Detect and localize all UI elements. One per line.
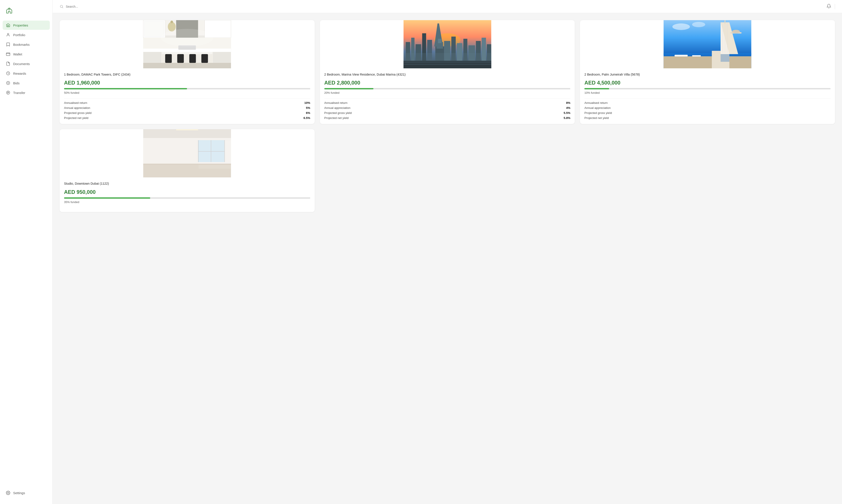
progress-bar-bg-2 bbox=[324, 88, 570, 89]
sidebar-item-bookmarks[interactable]: Bookmarks bbox=[3, 40, 50, 49]
funded-label-3: 10% funded bbox=[584, 91, 830, 94]
sidebar-item-settings[interactable]: Settings bbox=[3, 488, 50, 498]
svg-rect-53 bbox=[403, 53, 491, 62]
property-card-3[interactable]: 2 Bedroom, Palm Jumeirah Villa (5678) AE… bbox=[580, 20, 835, 124]
svg-rect-72 bbox=[143, 129, 231, 138]
svg-rect-16 bbox=[144, 21, 164, 37]
property-card-1[interactable]: 1 Bedroom, DAMAC Park Towers, DIFC (2434… bbox=[59, 20, 315, 124]
svg-rect-21 bbox=[177, 54, 184, 63]
settings-icon bbox=[6, 490, 11, 495]
stat-row: Annual appreciation 5% bbox=[64, 106, 310, 109]
stat-row: Projected gross yield 6% bbox=[64, 111, 310, 114]
card-title-1: 1 Bedroom, DAMAC Park Towers, DIFC (2434… bbox=[64, 72, 310, 77]
funded-label-2: 20% funded bbox=[324, 91, 570, 94]
progress-bar-bg-1 bbox=[64, 88, 310, 89]
stat-label: Projected net yield bbox=[584, 116, 609, 120]
svg-rect-20 bbox=[165, 54, 172, 63]
stat-label: Annual appreciation bbox=[324, 106, 350, 109]
bookmark-icon bbox=[6, 42, 11, 47]
svg-rect-3 bbox=[6, 53, 10, 56]
card-stats-1: Annualised return 10% Annual appreciatio… bbox=[64, 101, 310, 120]
svg-point-30 bbox=[161, 29, 213, 47]
stat-row: Annualised return 10% bbox=[64, 101, 310, 105]
stat-value: 5.5% bbox=[564, 111, 570, 114]
svg-rect-51 bbox=[403, 62, 491, 63]
funded-label-4: 35% funded bbox=[64, 200, 310, 204]
card-title-2: 2 Bedroom, Marina View Residence, Dubai … bbox=[324, 72, 570, 77]
search-input[interactable] bbox=[66, 5, 169, 8]
sidebar: Properties Portfolio Bookmarks Wallet bbox=[0, 0, 53, 504]
stat-value: 6.5% bbox=[304, 116, 310, 120]
sidebar-item-properties[interactable]: Properties bbox=[3, 21, 50, 30]
svg-point-2 bbox=[7, 33, 9, 35]
svg-point-8 bbox=[60, 5, 63, 8]
notification-icon[interactable] bbox=[826, 4, 831, 10]
sidebar-item-rewards-label: Rewards bbox=[13, 72, 26, 75]
stat-row: Annual appreciation bbox=[584, 106, 830, 109]
card-body-1: 1 Bedroom, DAMAC Park Towers, DIFC (2434… bbox=[59, 68, 315, 124]
sidebar-item-settings-label: Settings bbox=[13, 491, 25, 495]
svg-rect-68 bbox=[692, 55, 701, 56]
sidebar-item-properties-label: Properties bbox=[13, 23, 28, 27]
portfolio-icon bbox=[6, 32, 11, 37]
sidebar-item-bookmarks-label: Bookmarks bbox=[13, 43, 30, 47]
svg-rect-19 bbox=[162, 52, 212, 54]
card-body-4: Studio, Downtown Dubai (1122) AED 950,00… bbox=[59, 177, 315, 212]
card-stats-2: Annualised return 8% Annual appreciation… bbox=[324, 101, 570, 120]
svg-rect-67 bbox=[675, 55, 688, 56]
stat-label: Annualised return bbox=[324, 101, 347, 105]
card-title-4: Studio, Downtown Dubai (1122) bbox=[64, 181, 310, 186]
stat-row: Projected net yield 6.5% bbox=[64, 116, 310, 120]
rewards-icon bbox=[6, 71, 11, 76]
svg-point-69 bbox=[672, 23, 690, 30]
svg-rect-23 bbox=[201, 54, 208, 63]
stat-label: Projected gross yield bbox=[584, 111, 612, 114]
sidebar-item-wallet-label: Wallet bbox=[13, 52, 22, 56]
svg-rect-63 bbox=[725, 20, 725, 23]
svg-rect-29 bbox=[143, 63, 231, 68]
sidebar-item-transfer[interactable]: Transfer bbox=[3, 88, 50, 97]
documents-icon bbox=[6, 61, 11, 66]
sidebar-item-portfolio[interactable]: Portfolio bbox=[3, 30, 50, 39]
card-title-3: 2 Bedroom, Palm Jumeirah Villa (5678) bbox=[584, 72, 830, 77]
stat-label: Annual appreciation bbox=[64, 106, 90, 109]
svg-rect-41 bbox=[438, 39, 441, 43]
svg-point-70 bbox=[692, 22, 705, 27]
wallet-icon bbox=[6, 52, 11, 56]
stat-label: Annualised return bbox=[584, 101, 607, 105]
stat-value: 4% bbox=[566, 106, 570, 109]
sidebar-item-documents[interactable]: Documents bbox=[3, 59, 50, 68]
funded-label-1: 50% funded bbox=[64, 91, 310, 94]
svg-rect-52 bbox=[403, 64, 491, 65]
stat-label: Projected net yield bbox=[324, 116, 349, 120]
sidebar-item-bids[interactable]: Bids bbox=[3, 78, 50, 88]
progress-bar-bg-4 bbox=[64, 197, 310, 199]
sidebar-item-portfolio-label: Portfolio bbox=[13, 33, 25, 37]
stat-row: Projected gross yield bbox=[584, 111, 830, 114]
sidebar-item-rewards[interactable]: Rewards bbox=[3, 69, 50, 78]
stat-row: Annualised return bbox=[584, 101, 830, 105]
property-card-4[interactable]: Studio, Downtown Dubai (1122) AED 950,00… bbox=[59, 129, 315, 212]
svg-rect-81 bbox=[176, 129, 198, 130]
sidebar-item-bids-label: Bids bbox=[13, 81, 19, 85]
stat-label: Annual appreciation bbox=[584, 106, 611, 109]
stat-row: Projected gross yield 5.5% bbox=[324, 111, 570, 114]
stat-row: Annualised return 8% bbox=[324, 101, 570, 105]
sidebar-nav: Properties Portfolio Bookmarks Wallet bbox=[0, 21, 52, 486]
sidebar-item-wallet[interactable]: Wallet bbox=[3, 50, 50, 59]
property-image-4 bbox=[59, 129, 315, 177]
sidebar-item-transfer-label: Transfer bbox=[13, 91, 25, 95]
svg-marker-66 bbox=[721, 54, 729, 62]
stat-value: 6% bbox=[306, 111, 310, 114]
svg-rect-56 bbox=[664, 56, 752, 68]
transfer-icon bbox=[6, 90, 11, 95]
stat-row: Annual appreciation 4% bbox=[324, 106, 570, 109]
property-image-3 bbox=[580, 20, 835, 68]
progress-bar-fill-2 bbox=[324, 88, 374, 89]
stat-value: 5.8% bbox=[564, 116, 570, 120]
stat-row: Projected net yield 5.8% bbox=[324, 116, 570, 120]
card-price-1: AED 1,960,000 bbox=[64, 80, 310, 86]
property-card-2[interactable]: 2 Bedroom, Marina View Residence, Dubai … bbox=[320, 20, 575, 124]
properties-content: 1 Bedroom, DAMAC Park Towers, DIFC (2434… bbox=[53, 13, 842, 504]
svg-rect-82 bbox=[143, 164, 231, 165]
